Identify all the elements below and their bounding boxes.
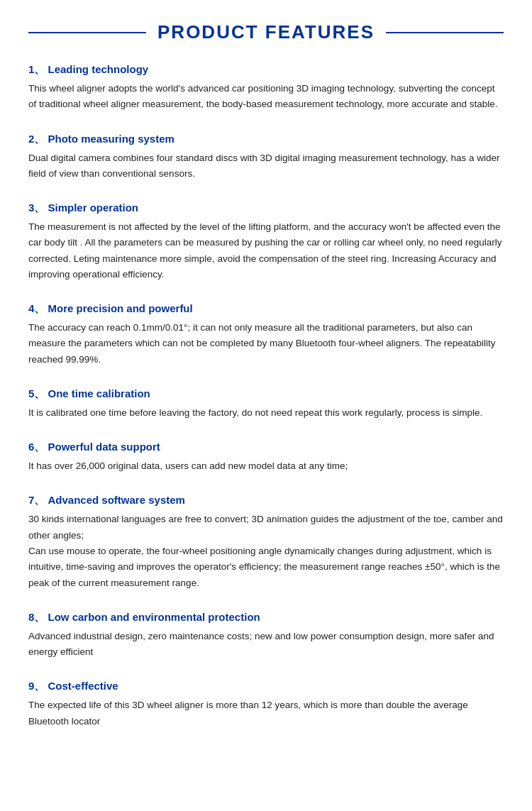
spacer-3 bbox=[28, 295, 504, 302]
header-line-left bbox=[28, 32, 146, 33]
feature-3: 3、 Simpler operationThe measurement is n… bbox=[28, 202, 504, 282]
feature-4: 4、 More precision and powerfulThe accura… bbox=[28, 302, 504, 368]
spacer-7 bbox=[28, 604, 504, 611]
feature-9-heading: 9、 Cost-effective bbox=[28, 680, 504, 693]
feature-7: 7、 Advanced software system30 kinds inte… bbox=[28, 494, 504, 590]
feature-7-heading: 7、 Advanced software system bbox=[28, 494, 504, 507]
feature-6: 6、 Powerful data supportIt has over 26,0… bbox=[28, 441, 504, 474]
spacer-1 bbox=[28, 126, 504, 133]
page-container: PRODUCT FEATURES 1、 Leading technologyTh… bbox=[0, 0, 532, 771]
feature-9: 9、 Cost-effectiveThe expected life of th… bbox=[28, 680, 504, 729]
features-container: 1、 Leading technologyThis wheel aligner … bbox=[28, 63, 504, 729]
spacer-4 bbox=[28, 380, 504, 387]
feature-6-text: It has over 26,000 original data, users … bbox=[28, 458, 504, 474]
feature-5-heading: 5、 One time calibration bbox=[28, 387, 504, 401]
feature-3-heading: 3、 Simpler operation bbox=[28, 202, 504, 215]
feature-1: 1、 Leading technologyThis wheel aligner … bbox=[28, 63, 504, 113]
spacer-8 bbox=[28, 673, 504, 680]
spacer-5 bbox=[28, 434, 504, 441]
feature-1-heading: 1、 Leading technology bbox=[28, 63, 504, 77]
feature-5-text: It is calibrated one time before leaving… bbox=[28, 405, 504, 421]
feature-8-text: Advanced industrial design, zero mainten… bbox=[28, 629, 504, 661]
feature-6-heading: 6、 Powerful data support bbox=[28, 441, 504, 454]
feature-8: 8、 Low carbon and environmental protecti… bbox=[28, 611, 504, 661]
feature-9-text: The expected life of this 3D wheel align… bbox=[28, 697, 504, 729]
feature-4-text: The accuracy can reach 0.1mm/0.01°; it c… bbox=[28, 320, 504, 368]
feature-2-text: Dual digital camera combines four standa… bbox=[28, 150, 504, 182]
feature-4-heading: 4、 More precision and powerful bbox=[28, 302, 504, 316]
header-line-right bbox=[386, 32, 504, 33]
spacer-2 bbox=[28, 194, 504, 202]
feature-3-text: The measurement is not affected by the l… bbox=[28, 219, 504, 282]
header-section: PRODUCT FEATURES bbox=[28, 21, 504, 43]
feature-2-heading: 2、 Photo measuring system bbox=[28, 133, 504, 146]
feature-8-heading: 8、 Low carbon and environmental protecti… bbox=[28, 611, 504, 624]
page-title: PRODUCT FEATURES bbox=[157, 21, 375, 43]
spacer-6 bbox=[28, 487, 504, 494]
feature-2: 2、 Photo measuring systemDual digital ca… bbox=[28, 133, 504, 182]
feature-1-text: This wheel aligner adopts the world's ad… bbox=[28, 81, 504, 113]
feature-5: 5、 One time calibrationIt is calibrated … bbox=[28, 387, 504, 421]
feature-7-text: 30 kinds international languages are fre… bbox=[28, 512, 504, 590]
